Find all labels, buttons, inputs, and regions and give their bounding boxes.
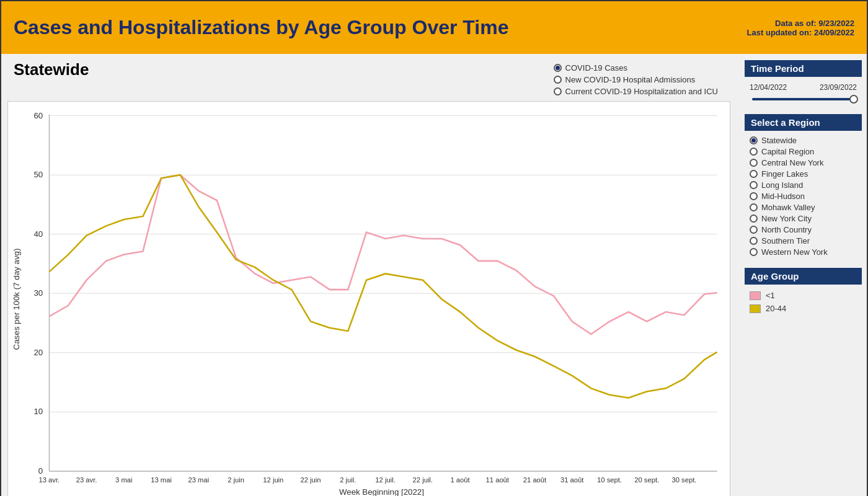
time-period-content: 12/04/2022 23/09/2022 [745,79,862,108]
region-finger-lakes[interactable]: Finger Lakes [750,169,857,179]
slider-track [752,98,854,100]
svg-text:1 août: 1 août [450,476,470,484]
age-group-header: Age Group [745,268,862,285]
header-date: Data as of: 9/23/2022 Last updated on: 2… [747,19,854,37]
age-group-section: Age Group <1 20-44 [745,268,862,317]
region-long-island[interactable]: Long Island [750,180,857,190]
svg-text:Week Beginning [2022]: Week Beginning [2022] [339,487,424,496]
region-southern-tier[interactable]: Southern Tier [750,236,857,246]
region-label-capital: Capital Region [761,147,814,156]
region-label-western-ny: Western New York [761,247,828,257]
radio-statewide[interactable] [750,136,758,144]
radio-southern-tier[interactable] [750,237,758,245]
age-group-content: <1 20-44 [745,287,862,317]
region-nyc[interactable]: New York City [750,214,857,223]
region-north-country[interactable]: North Country [750,225,857,234]
region-mohawk[interactable]: Mohawk Valley [750,203,857,212]
radio-cases[interactable] [554,64,562,72]
app: Cases and Hospitalizations by Age Group … [0,0,868,496]
legend-item-icu[interactable]: Current COVID-19 Hospitalization and ICU [554,87,718,96]
radio-long-island[interactable] [750,181,758,189]
chart-container: Cases per 100k (7 day avg) 0 10 20 [7,101,730,496]
age-color-2044 [750,304,761,313]
radio-western-ny[interactable] [750,248,758,256]
region-label-north-country: North Country [761,225,812,234]
svg-text:30 sept.: 30 sept. [672,476,697,484]
time-period-section: Time Period 12/04/2022 23/09/2022 [745,60,862,108]
region-section: Select a Region Statewide Capital Region… [745,114,862,259]
region-label-nyc: New York City [761,214,812,223]
region-header: Select a Region [745,114,862,131]
region-capital[interactable]: Capital Region [750,147,857,156]
age-item-lt1: <1 [750,291,857,300]
region-central-ny[interactable]: Central New York [750,158,857,167]
age-label-2044: 20-44 [766,304,786,313]
svg-text:3 mai: 3 mai [115,476,132,484]
region-label-mid-hudson: Mid-Hudson [761,192,805,201]
sidebar: Time Period 12/04/2022 23/09/2022 [740,54,867,496]
svg-text:31 août: 31 août [560,476,584,484]
chart-header: Statewide COVID-19 Cases New COVID-19 Ho… [7,60,730,96]
region-label-long-island: Long Island [761,180,803,190]
radio-icu[interactable] [554,87,562,95]
legend-item-cases[interactable]: COVID-19 Cases [554,63,718,73]
chart-svg: Cases per 100k (7 day avg) 0 10 20 [8,102,730,496]
svg-text:10 sept.: 10 sept. [597,476,622,484]
region-list: Statewide Capital Region Central New Yor… [745,133,862,259]
region-mid-hudson[interactable]: Mid-Hudson [750,192,857,201]
region-label-mohawk: Mohawk Valley [761,203,815,212]
svg-text:22 juin: 22 juin [301,476,321,484]
region-label-finger-lakes: Finger Lakes [761,169,808,179]
svg-text:20: 20 [33,348,43,357]
svg-text:2 juin: 2 juin [228,476,244,484]
region-label-central-ny: Central New York [761,158,823,167]
radio-hospital[interactable] [554,76,562,84]
svg-text:20 sept.: 20 sept. [634,476,659,484]
svg-text:Cases per 100k (7 day avg): Cases per 100k (7 day avg) [12,249,21,350]
gold-line [49,175,717,398]
svg-text:21 août: 21 août [523,476,547,484]
time-period-header: Time Period [745,60,862,77]
legend-label-cases: COVID-19 Cases [565,63,627,73]
radio-central-ny[interactable] [750,159,758,167]
radio-capital[interactable] [750,148,758,156]
radio-nyc[interactable] [750,215,758,223]
age-item-2044: 20-44 [750,304,857,313]
svg-text:11 août: 11 août [486,476,510,484]
radio-north-country[interactable] [750,226,758,234]
region-label-statewide: Statewide [761,136,797,145]
svg-text:50: 50 [33,170,43,179]
age-label-lt1: <1 [766,291,775,300]
svg-text:12 juin: 12 juin [263,476,283,484]
radio-mohawk[interactable] [750,203,758,211]
legend-label-icu: Current COVID-19 Hospitalization and ICU [565,87,718,96]
last-updated: Last updated on: 24/09/2022 [747,28,854,37]
legend: COVID-19 Cases New COVID-19 Hospital Adm… [554,60,730,96]
header: Cases and Hospitalizations by Age Group … [1,1,867,54]
age-color-lt1 [750,291,761,300]
page-title: Cases and Hospitalizations by Age Group … [14,16,508,39]
chart-area: Statewide COVID-19 Cases New COVID-19 Ho… [1,54,740,496]
end-date: 23/09/2022 [820,83,857,92]
chart-title: Statewide [7,60,89,79]
region-statewide[interactable]: Statewide [750,136,857,145]
svg-text:13 mai: 13 mai [151,476,172,484]
slider-thumb[interactable] [849,95,858,104]
time-period-dates: 12/04/2022 23/09/2022 [750,83,857,92]
data-as-of: Data as of: 9/23/2022 [747,19,854,28]
slider-fill [752,98,854,100]
svg-text:30: 30 [33,288,43,298]
svg-text:12 juil.: 12 juil. [375,476,395,484]
svg-text:0: 0 [38,466,43,476]
region-western-ny[interactable]: Western New York [750,247,857,257]
svg-text:23 avr.: 23 avr. [76,476,97,484]
svg-text:60: 60 [33,111,43,120]
slider-container [750,94,857,104]
legend-item-hospital[interactable]: New COVID-19 Hospital Admissions [554,75,718,84]
legend-label-hospital: New COVID-19 Hospital Admissions [565,75,696,84]
radio-finger-lakes[interactable] [750,170,758,178]
main-content: Statewide COVID-19 Cases New COVID-19 Ho… [1,54,867,496]
start-date: 12/04/2022 [750,83,787,92]
region-label-southern-tier: Southern Tier [761,236,810,246]
radio-mid-hudson[interactable] [750,192,758,200]
